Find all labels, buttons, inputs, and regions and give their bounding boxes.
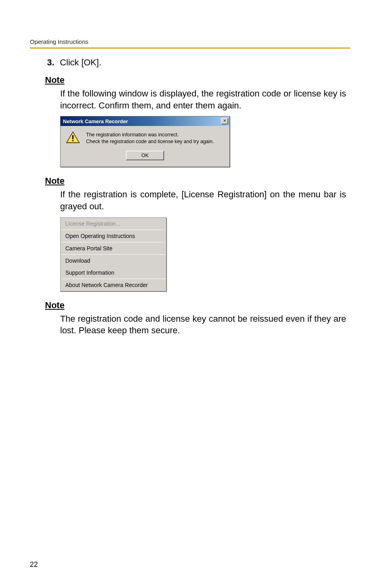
note-heading-3: Note xyxy=(45,300,350,311)
step-number: 3. xyxy=(47,57,54,68)
close-icon[interactable]: × xyxy=(221,118,228,124)
svg-rect-1 xyxy=(72,135,73,139)
menu-item-download[interactable]: Download xyxy=(61,255,166,267)
dialog-title: Network Camera Recorder xyxy=(63,118,128,124)
header-label: Operating Instructions xyxy=(30,38,350,45)
menu-item-about[interactable]: About Network Camera Recorder xyxy=(61,279,166,291)
accent-rule xyxy=(30,47,350,49)
note-body-3: The registration code and license key ca… xyxy=(60,313,346,336)
page-number: 22 xyxy=(30,560,38,569)
ok-button[interactable]: OK xyxy=(126,151,164,160)
svg-rect-2 xyxy=(72,140,73,141)
note-heading-2: Note xyxy=(45,176,350,186)
warning-icon xyxy=(66,132,80,144)
dialog-message: The registration information was incorre… xyxy=(86,132,214,145)
step-3: 3. Click [OK]. xyxy=(47,57,350,68)
help-menu: License Registration... Open Operating I… xyxy=(60,217,166,291)
dialog-message-line1: The registration information was incorre… xyxy=(86,132,214,138)
error-dialog: Network Camera Recorder × The registrati… xyxy=(60,116,230,167)
dialog-titlebar: Network Camera Recorder × xyxy=(61,116,229,126)
note-heading-1: Note xyxy=(45,75,350,85)
step-text: Click [OK]. xyxy=(60,57,101,68)
menu-item-open-operating-instructions[interactable]: Open Operating Instructions xyxy=(61,230,166,242)
menu-item-license-registration: License Registration... xyxy=(61,218,166,230)
dialog-body: The registration information was incorre… xyxy=(61,126,229,167)
dialog-message-line2: Check the registration code and license … xyxy=(86,138,214,145)
note-body-1: If the following window is displayed, th… xyxy=(60,88,346,111)
menu-item-camera-portal-site[interactable]: Camera Portal Site xyxy=(61,242,166,254)
menu-item-support-information[interactable]: Support Information xyxy=(61,267,166,279)
note-body-2: If the registration is complete, [Licens… xyxy=(60,189,346,212)
